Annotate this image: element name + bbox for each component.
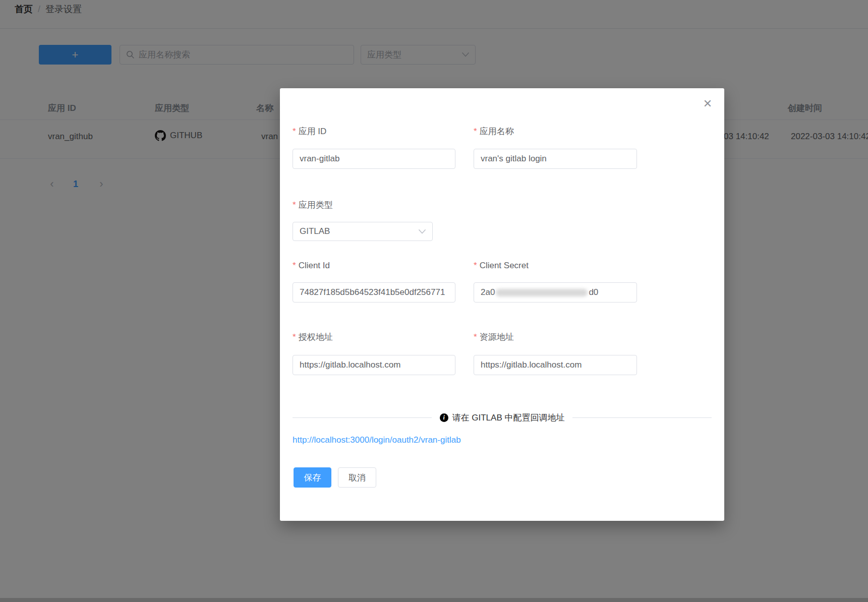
divider-line [293,417,432,418]
edit-login-app-dialog: *应用 ID *应用名称 *应用类型 GITLAB *Client Id *Cl… [280,88,724,521]
client-secret-label: *Client Secret [474,261,529,271]
app-type-select[interactable]: GITLAB [293,222,433,241]
client-secret-redacted [496,289,588,296]
required-mark: * [293,332,296,342]
save-button[interactable]: 保存 [294,467,331,488]
client-id-field[interactable] [293,282,455,303]
chevron-down-icon [419,229,426,234]
app-id-field[interactable] [293,149,455,169]
required-mark: * [293,200,296,210]
required-mark: * [293,261,296,270]
app-name-label: *应用名称 [474,126,514,137]
app-id-label: *应用 ID [293,126,326,137]
client-secret-start: 2a0 [481,287,495,297]
client-secret-end: d0 [589,287,598,297]
client-id-label: *Client Id [293,261,330,271]
page-bottom-edge [0,598,868,602]
callback-note-divider: 请在 GITLAB 中配置回调地址 [293,411,712,424]
resource-url-field[interactable] [474,355,637,375]
app-name-field[interactable] [474,149,637,169]
auth-url-label: *授权地址 [293,331,333,343]
auth-url-field[interactable] [293,355,455,375]
callback-note-text: 请在 GITLAB 中配置回调地址 [452,412,565,424]
close-icon[interactable] [701,97,714,110]
client-secret-field[interactable]: 2a0 d0 [474,282,637,303]
required-mark: * [293,127,296,136]
resource-url-label: *资源地址 [474,331,514,343]
callback-url-link[interactable]: http://localhost:3000/login/oauth2/vran-… [293,435,461,445]
app-type-select-value: GITLAB [300,226,330,236]
cancel-button[interactable]: 取消 [338,467,376,488]
required-mark: * [474,261,477,270]
info-icon [440,413,448,422]
app-type-label: *应用类型 [293,199,333,211]
required-mark: * [474,127,477,136]
required-mark: * [474,332,477,342]
divider-line [572,417,712,418]
